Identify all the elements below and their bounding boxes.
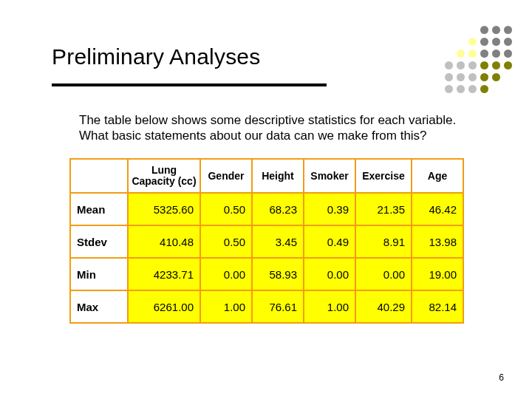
cell: 3.45 bbox=[252, 225, 304, 258]
cell: 82.14 bbox=[412, 290, 463, 323]
row-label-min: Min bbox=[70, 258, 128, 290]
cell: 40.29 bbox=[355, 290, 412, 323]
intro-line-2: What basic statements about our data can… bbox=[79, 129, 427, 143]
table-row: Max 6261.00 1.00 76.61 1.00 40.29 82.14 bbox=[70, 290, 463, 323]
cell: 13.98 bbox=[412, 225, 463, 258]
header-lung-l1: Lung bbox=[151, 164, 177, 176]
cell: 46.42 bbox=[412, 193, 463, 225]
cell: 58.93 bbox=[252, 258, 304, 290]
table-row: Min 4233.71 0.00 58.93 0.00 0.00 19.00 bbox=[70, 258, 463, 290]
title-underline bbox=[52, 83, 327, 86]
header-height: Height bbox=[252, 159, 304, 193]
cell: 0.50 bbox=[200, 193, 252, 225]
cell: 68.23 bbox=[252, 193, 304, 225]
header-exercise: Exercise bbox=[355, 159, 412, 193]
cell: 0.00 bbox=[355, 258, 412, 290]
cell: 1.00 bbox=[304, 290, 355, 323]
table-row: Stdev 410.48 0.50 3.45 0.49 8.91 13.98 bbox=[70, 225, 463, 258]
header-smoker: Smoker bbox=[304, 159, 355, 193]
intro-line-1: The table below shows some descriptive s… bbox=[79, 113, 456, 127]
cell: 8.91 bbox=[355, 225, 412, 258]
page-title: Preliminary Analyses bbox=[52, 44, 260, 69]
cell: 0.39 bbox=[304, 193, 355, 225]
cell: 0.50 bbox=[200, 225, 252, 258]
table-row: Mean 5325.60 0.50 68.23 0.39 21.35 46.42 bbox=[70, 193, 463, 225]
intro-text: The table below shows some descriptive s… bbox=[79, 112, 456, 143]
cell: 410.48 bbox=[128, 225, 200, 258]
cell: 1.00 bbox=[200, 290, 252, 323]
cell: 0.49 bbox=[304, 225, 355, 258]
cell: 4233.71 bbox=[128, 258, 200, 290]
table-corner-cell bbox=[70, 159, 128, 193]
header-lung-capacity: Lung Capacity (cc) bbox=[128, 159, 200, 193]
cell: 21.35 bbox=[355, 193, 412, 225]
header-lung-l2: Capacity (cc) bbox=[132, 175, 196, 187]
cell: 76.61 bbox=[252, 290, 304, 323]
header-age: Age bbox=[412, 159, 463, 193]
cell: 6261.00 bbox=[128, 290, 200, 323]
table-header-row: Lung Capacity (cc) Gender Height Smoker … bbox=[70, 159, 463, 193]
slide: Preliminary Analyses bbox=[0, 0, 532, 399]
header-gender: Gender bbox=[200, 159, 252, 193]
cell: 0.00 bbox=[304, 258, 355, 290]
row-label-mean: Mean bbox=[70, 193, 128, 225]
dot-grid-icon bbox=[441, 22, 516, 97]
cell: 5325.60 bbox=[128, 193, 200, 225]
row-label-max: Max bbox=[70, 290, 128, 323]
cell: 0.00 bbox=[200, 258, 252, 290]
page-number: 6 bbox=[499, 372, 504, 383]
stats-table: Lung Capacity (cc) Gender Height Smoker … bbox=[69, 158, 464, 324]
row-label-stdev: Stdev bbox=[70, 225, 128, 258]
cell: 19.00 bbox=[412, 258, 463, 290]
